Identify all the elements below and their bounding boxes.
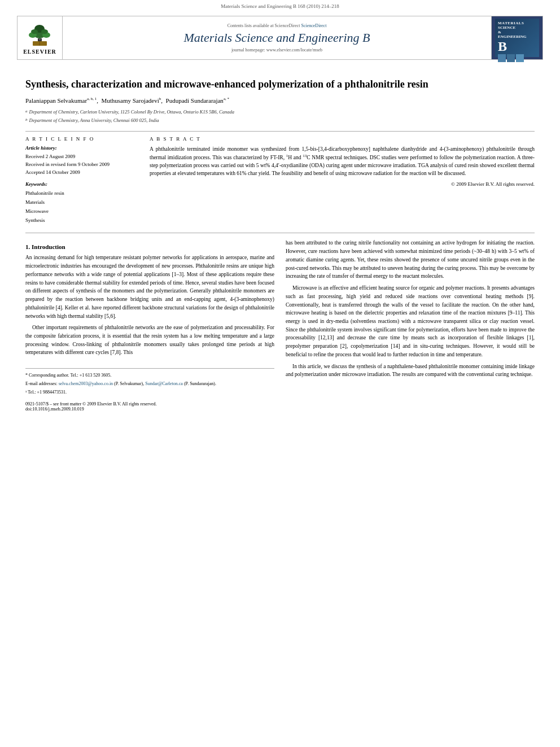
page: Materials Science and Engineering B 168 …	[0, 0, 560, 747]
badge-b-letter: B	[498, 40, 507, 53]
article-content: Synthesis, characterization and microwav…	[0, 64, 560, 417]
body-divider	[25, 233, 535, 233]
svg-point-7	[41, 29, 48, 34]
header-divider	[25, 131, 535, 132]
section1-title: 1. Introduction	[25, 243, 274, 250]
badge-thumb-2	[507, 54, 515, 62]
affiliations: a Department of Chemistry, Carleton Univ…	[25, 108, 535, 124]
abstract-content: A phthalonitrile terminated imide monome…	[150, 146, 535, 177]
badge-thumbnails	[498, 54, 524, 62]
article-info-column: A R T I C L E I N F O Article history: R…	[25, 136, 138, 225]
keyword-4: Synthesis	[25, 216, 138, 225]
badge-title-materials: MATERIALS	[498, 21, 524, 25]
body-right-column: has been attributed to the curing nitril…	[286, 239, 535, 412]
author-1-sup: a, b, 1	[87, 97, 97, 101]
body-text-left: An increasing demand for high temperatur…	[25, 254, 274, 357]
right-para-1: has been attributed to the curing nitril…	[286, 239, 535, 281]
journal-badge-area: MATERIALS SCIENCE & ENGINEERING B	[492, 16, 542, 59]
article-dates: Received 2 August 2009 Received in revis…	[25, 152, 138, 177]
received-date: Received 2 August 2009	[25, 152, 138, 160]
abstract-text: A phthalonitrile terminated imide monome…	[150, 145, 535, 178]
badge-title-science: SCIENCE	[498, 25, 515, 30]
top-citation-bar: Materials Science and Engineering B 168 …	[0, 0, 560, 11]
citation-text: Materials Science and Engineering B 168 …	[221, 3, 339, 9]
elsevier-logo-container: ELSEVIER	[23, 21, 56, 55]
author-1-name: Palaniappan Selvakumar	[25, 97, 87, 104]
bottom-info-line1: 0921-5107/$ – see front matter © 2009 El…	[25, 401, 274, 407]
email-label: E-mail addresses:	[25, 381, 58, 386]
elsevier-logo-area: ELSEVIER	[18, 16, 63, 59]
email-2-link[interactable]: Sundar@Carleton.ca	[145, 381, 183, 386]
article-history-label: Article history:	[25, 145, 138, 151]
affiliation-1-text: Department of Chemistry, Carleton Univer…	[29, 108, 234, 116]
svg-point-6	[31, 29, 38, 34]
footnote-emails: E-mail addresses: selva.chem2003@yahoo.c…	[25, 381, 274, 388]
journal-title-area: Contents lists available at ScienceDirec…	[63, 16, 492, 59]
affiliation-2: b Department of Chemistry, Anna Universi…	[25, 117, 535, 124]
affiliation-2-text: Department of Chemistry, Anna University…	[29, 117, 159, 124]
elsevier-tree-icon	[24, 21, 55, 47]
footnote-tel: ¹ Tel.: +1 9884473531.	[25, 389, 274, 396]
footnotes-area: * Corresponding author. Tel.: +1 613 520…	[25, 368, 274, 396]
bottom-info: 0921-5107/$ – see front matter © 2009 El…	[25, 401, 274, 412]
body-left-column: 1. Introduction An increasing demand for…	[25, 239, 274, 412]
affiliation-1-sup: a	[25, 108, 28, 115]
abstract-header: A B S T R A C T	[150, 136, 535, 142]
badge-thumb-3	[516, 54, 524, 62]
keyword-1: Phthalonitrile resin	[25, 189, 138, 198]
sciencedirect-link[interactable]: ScienceDirect	[301, 23, 326, 28]
keyword-2: Materials	[25, 198, 138, 207]
article-info-header: A R T I C L E I N F O	[25, 136, 138, 142]
mseb-badge: MATERIALS SCIENCE & ENGINEERING B	[495, 19, 539, 57]
journal-homepage: journal homepage: www.elsevier.com/locat…	[231, 47, 322, 53]
keywords-list: Phthalonitrile resin Materials Microwave…	[25, 189, 138, 225]
bottom-info-line2: doi:10.1016/j.mseb.2009.10.019	[25, 407, 274, 412]
journal-header: ELSEVIER Contents lists available at Sci…	[17, 16, 543, 60]
email-1-link[interactable]: selva.chem2003@yahoo.co.in	[59, 381, 113, 386]
email-1-name: (P. Selvakumar),	[114, 381, 144, 386]
author-3-name: Pudupadi Sundararajan	[166, 97, 224, 104]
info-abstract-section: A R T I C L E I N F O Article history: R…	[25, 136, 535, 225]
badge-title-and: &	[498, 30, 501, 34]
keywords-label: Keywords:	[25, 181, 138, 187]
intro-para-2: Other important requirements of phthalon…	[25, 324, 274, 357]
abstract-column: A B S T R A C T A phthalonitrile termina…	[150, 136, 535, 225]
badge-thumb-1	[498, 54, 506, 62]
affiliation-2-sup: b	[25, 117, 28, 123]
article-title: Synthesis, characterization and microwav…	[25, 78, 535, 91]
intro-para-1: An increasing demand for high temperatur…	[25, 254, 274, 320]
author-3-sup: a, *	[224, 97, 229, 101]
copyright-line: © 2009 Elsevier B.V. All rights reserved…	[150, 181, 535, 187]
keyword-3: Microwave	[25, 207, 138, 216]
footnote-corresponding: * Corresponding author. Tel.: +1 613 520…	[25, 372, 274, 379]
email-2-name: (P. Sundararajan).	[184, 381, 216, 386]
authors-line: Palaniappan Selvakumara, b, 1, Muthusamy…	[25, 97, 535, 104]
journal-title: Materials Science and Engineering B	[184, 30, 370, 45]
sciencedirect-text: Contents lists available at ScienceDirec…	[228, 23, 327, 28]
affiliation-1: a Department of Chemistry, Carleton Univ…	[25, 108, 535, 116]
author-2-name: Muthusamy Sarojadevi	[101, 97, 159, 104]
right-para-2: Microwave is an effective and efficient …	[286, 284, 535, 359]
elsevier-text: ELSEVIER	[23, 49, 56, 55]
keywords-section: Keywords: Phthalonitrile resin Materials…	[25, 181, 138, 225]
right-para-3: In this article, we discuss the synthesi…	[286, 362, 535, 379]
revised-date: Received in revised form 9 October 2009	[25, 160, 138, 168]
author-2-sup: b	[159, 97, 161, 101]
accepted-date: Accepted 14 October 2009	[25, 168, 138, 176]
body-content: 1. Introduction An increasing demand for…	[25, 239, 535, 412]
badge-title-engineering: ENGINEERING	[498, 34, 527, 39]
body-text-right: has been attributed to the curing nitril…	[286, 239, 535, 379]
